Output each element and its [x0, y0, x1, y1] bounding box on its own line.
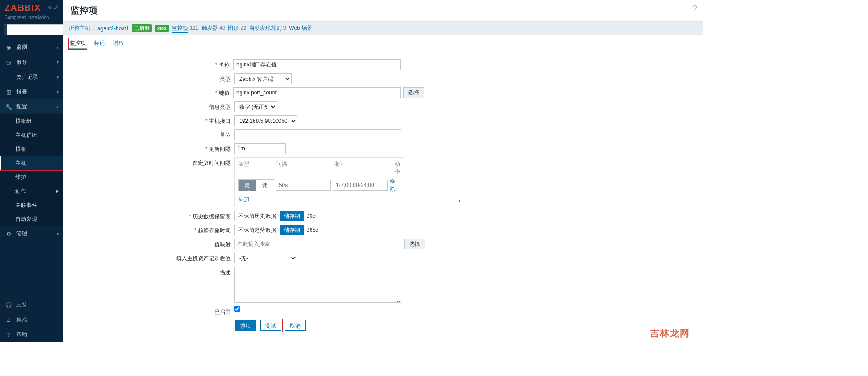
- seg-scheduling[interactable]: 调度: [256, 180, 273, 191]
- nav-admin[interactable]: ⚙管理▾: [0, 226, 63, 241]
- chevron-down-icon: ▾: [57, 75, 59, 80]
- test-button[interactable]: 测试: [260, 320, 281, 331]
- input-valuemap[interactable]: [234, 239, 401, 249]
- add-button[interactable]: 添加: [235, 320, 256, 331]
- sidebar-collapse-icon[interactable]: « ⤢: [48, 4, 59, 11]
- select-type[interactable]: Zabbix 客户端: [234, 73, 292, 84]
- form: 名称 类型 Zabbix 客户端 键值 选择 信息类型 数字 (无正负) 主机接…: [63, 52, 434, 342]
- fb-discovery[interactable]: 自动发现规则 3: [249, 24, 286, 32]
- nav-reports[interactable]: ▥报表▾: [0, 85, 63, 99]
- history-nostore[interactable]: 不保留历史数据: [234, 211, 280, 221]
- int-remove[interactable]: 移除: [390, 178, 400, 193]
- input-key[interactable]: [233, 87, 401, 98]
- tab-item[interactable]: 监控项: [69, 38, 87, 49]
- cursor-dot: [459, 200, 460, 202]
- input-update-interval[interactable]: [234, 143, 286, 154]
- filter-bar: 所有主机 / agent2-host1 已启用 ZBX 监控项 112 触发器 …: [63, 21, 703, 35]
- tabs: 监控项 标记 进程: [63, 35, 703, 52]
- fb-web[interactable]: Web 场景: [289, 24, 312, 32]
- custom-intervals-box: 类型 间隔 期间 动作 灵活 调度 移除: [234, 157, 404, 207]
- interval-type-segment: 灵活 调度: [238, 179, 274, 191]
- trends-store[interactable]: 储存期: [280, 225, 304, 235]
- input-name[interactable]: [233, 59, 401, 70]
- input-units[interactable]: [234, 129, 401, 140]
- zbx-badge: ZBX: [155, 25, 169, 32]
- subnav-correlation[interactable]: 关联事件: [0, 198, 63, 212]
- nav-config-sub: 模板组 主机群组 模板 主机 维护 动作▸ 关联事件 自动发现: [0, 114, 63, 226]
- sidebar: ZABBIX « ⤢ Composed installation ◉监测▾ ◷服…: [0, 0, 63, 342]
- textarea-description[interactable]: [234, 267, 401, 303]
- fb-triggers[interactable]: 触发器 48: [202, 24, 226, 32]
- breadcrumb-host[interactable]: agent2-host1: [97, 25, 129, 32]
- nav-integrations[interactable]: Z集成: [0, 312, 63, 327]
- z-icon: Z: [5, 317, 13, 323]
- select-interface[interactable]: 192.168.5.98:10050: [234, 115, 297, 126]
- main: ? 监控项 所有主机 / agent2-host1 已启用 ZBX 监控项 11…: [63, 0, 703, 342]
- label-custom-intervals: 自定义时间间隔: [63, 157, 234, 167]
- label-history: 历史数据保留期: [63, 211, 234, 221]
- chevron-down-icon: ▾: [57, 60, 59, 65]
- tab-tags[interactable]: 标记: [93, 38, 106, 49]
- valuemap-select-button[interactable]: 选择: [404, 239, 425, 249]
- breadcrumb-sep: /: [93, 25, 94, 32]
- label-type: 类型: [63, 73, 234, 83]
- int-add[interactable]: 添加: [238, 196, 249, 202]
- chevron-down-icon: ▾: [57, 89, 59, 94]
- nav-monitoring[interactable]: ◉监测▾: [0, 40, 63, 55]
- chart-icon: ▥: [5, 89, 13, 95]
- input-int-delay[interactable]: [276, 180, 331, 191]
- seg-flexible[interactable]: 灵活: [239, 180, 256, 191]
- page-help-icon[interactable]: ?: [693, 5, 697, 13]
- cancel-button[interactable]: 取消: [285, 320, 306, 331]
- input-int-period[interactable]: [333, 180, 388, 191]
- logo[interactable]: ZABBIX: [5, 3, 41, 13]
- list-icon: ≣: [5, 74, 13, 80]
- subnav-actions[interactable]: 动作▸: [0, 184, 63, 198]
- clock-icon: ◷: [5, 59, 13, 66]
- fb-graphs[interactable]: 图形 22: [228, 24, 246, 32]
- fb-items[interactable]: 监控项 112: [172, 24, 198, 32]
- chevron-up-icon: ▴: [57, 104, 59, 109]
- wrench-icon: 🔧: [5, 104, 13, 110]
- checkbox-enabled[interactable]: [234, 306, 240, 312]
- subnav-maintenance[interactable]: 维护: [0, 170, 63, 184]
- chevron-down-icon: ▾: [57, 45, 59, 50]
- sidebar-search[interactable]: [4, 24, 60, 35]
- key-select-button[interactable]: 选择: [403, 87, 424, 98]
- label-trends: 趋势存储时间: [63, 225, 234, 235]
- input-trends[interactable]: [304, 225, 330, 235]
- logo-subtitle: Composed installation: [0, 15, 63, 23]
- trends-nostore[interactable]: 不保留趋势数据: [234, 225, 280, 235]
- int-h-action: 动作: [392, 160, 400, 176]
- nav-support[interactable]: 🎧支持: [0, 297, 63, 312]
- subnav-host-groups[interactable]: 主机群组: [0, 128, 63, 142]
- status-enabled-badge: 已启用: [132, 24, 152, 32]
- gear-icon: ⚙: [5, 231, 13, 237]
- label-key: 键值: [215, 87, 233, 97]
- eye-icon: ◉: [5, 44, 13, 51]
- label-name: 名称: [215, 59, 233, 69]
- headset-icon: 🎧: [5, 302, 13, 308]
- select-info-type[interactable]: 数字 (无正负): [234, 101, 277, 112]
- int-h-type: 类型: [238, 160, 276, 176]
- subnav-discovery[interactable]: 自动发现: [0, 212, 63, 226]
- label-interface: 主机接口: [63, 115, 234, 125]
- history-store[interactable]: 储存期: [280, 211, 304, 221]
- subnav-hosts[interactable]: 主机: [0, 156, 63, 170]
- select-inventory[interactable]: -无-: [234, 253, 297, 263]
- label-valuemap: 值映射: [63, 239, 234, 249]
- tab-process[interactable]: 进程: [112, 38, 125, 49]
- int-h-period: 期间: [334, 160, 392, 176]
- breadcrumb-all-hosts[interactable]: 所有主机: [69, 24, 90, 32]
- subnav-template-groups[interactable]: 模板组: [0, 114, 63, 128]
- nav-services[interactable]: ◷服务▾: [0, 55, 63, 70]
- subnav-templates[interactable]: 模板: [0, 142, 63, 156]
- input-history[interactable]: [304, 211, 330, 221]
- nav-config[interactable]: 🔧配置▴: [0, 99, 63, 114]
- nav-help[interactable]: ?帮助: [0, 327, 63, 342]
- nav-inventory[interactable]: ≣资产记录▾: [0, 70, 63, 85]
- int-h-interval: 间隔: [276, 160, 334, 176]
- label-enabled: 已启用: [63, 306, 234, 316]
- help-icon: ?: [5, 332, 13, 338]
- page-title: 监控项: [63, 0, 703, 21]
